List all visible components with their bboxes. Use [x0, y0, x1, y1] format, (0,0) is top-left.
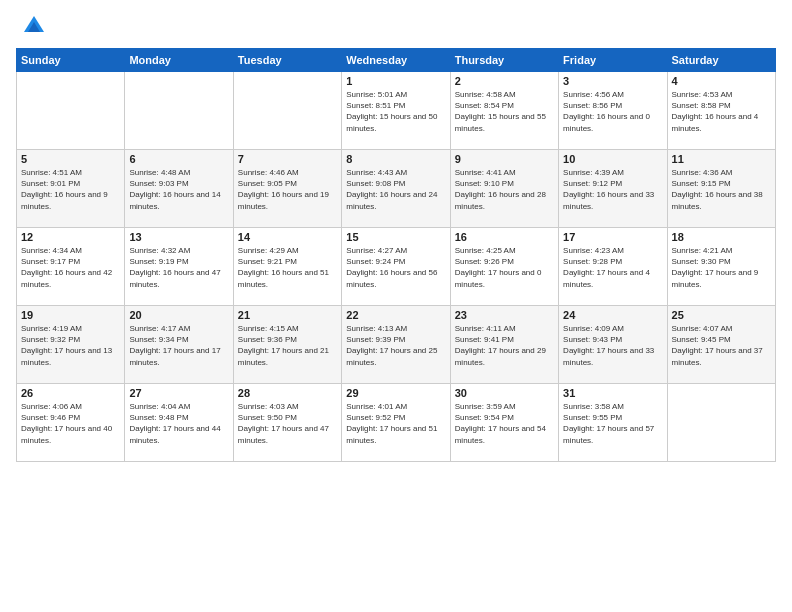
day-info: Sunrise: 4:56 AMSunset: 8:56 PMDaylight:… — [563, 89, 662, 134]
day-info: Sunrise: 4:21 AMSunset: 9:30 PMDaylight:… — [672, 245, 771, 290]
day-info: Sunrise: 4:43 AMSunset: 9:08 PMDaylight:… — [346, 167, 445, 212]
day-number: 31 — [563, 387, 662, 399]
day-info: Sunrise: 3:59 AMSunset: 9:54 PMDaylight:… — [455, 401, 554, 446]
day-info: Sunrise: 4:17 AMSunset: 9:34 PMDaylight:… — [129, 323, 228, 368]
day-number: 17 — [563, 231, 662, 243]
day-info: Sunrise: 4:39 AMSunset: 9:12 PMDaylight:… — [563, 167, 662, 212]
day-number: 23 — [455, 309, 554, 321]
day-cell: 7Sunrise: 4:46 AMSunset: 9:05 PMDaylight… — [233, 150, 341, 228]
day-cell: 13Sunrise: 4:32 AMSunset: 9:19 PMDayligh… — [125, 228, 233, 306]
day-cell: 14Sunrise: 4:29 AMSunset: 9:21 PMDayligh… — [233, 228, 341, 306]
col-header-friday: Friday — [559, 49, 667, 72]
day-info: Sunrise: 4:29 AMSunset: 9:21 PMDaylight:… — [238, 245, 337, 290]
day-cell: 19Sunrise: 4:19 AMSunset: 9:32 PMDayligh… — [17, 306, 125, 384]
day-cell: 23Sunrise: 4:11 AMSunset: 9:41 PMDayligh… — [450, 306, 558, 384]
day-number: 18 — [672, 231, 771, 243]
day-number: 27 — [129, 387, 228, 399]
day-info: Sunrise: 4:06 AMSunset: 9:46 PMDaylight:… — [21, 401, 120, 446]
day-cell: 22Sunrise: 4:13 AMSunset: 9:39 PMDayligh… — [342, 306, 450, 384]
col-header-sunday: Sunday — [17, 49, 125, 72]
day-cell: 27Sunrise: 4:04 AMSunset: 9:48 PMDayligh… — [125, 384, 233, 462]
day-number: 3 — [563, 75, 662, 87]
day-cell: 1Sunrise: 5:01 AMSunset: 8:51 PMDaylight… — [342, 72, 450, 150]
day-info: Sunrise: 5:01 AMSunset: 8:51 PMDaylight:… — [346, 89, 445, 134]
day-info: Sunrise: 4:23 AMSunset: 9:28 PMDaylight:… — [563, 245, 662, 290]
day-info: Sunrise: 4:46 AMSunset: 9:05 PMDaylight:… — [238, 167, 337, 212]
day-info: Sunrise: 4:48 AMSunset: 9:03 PMDaylight:… — [129, 167, 228, 212]
day-cell — [667, 384, 775, 462]
logo — [16, 12, 48, 40]
col-header-monday: Monday — [125, 49, 233, 72]
calendar-table: SundayMondayTuesdayWednesdayThursdayFrid… — [16, 48, 776, 462]
day-cell: 17Sunrise: 4:23 AMSunset: 9:28 PMDayligh… — [559, 228, 667, 306]
day-info: Sunrise: 4:09 AMSunset: 9:43 PMDaylight:… — [563, 323, 662, 368]
day-info: Sunrise: 4:13 AMSunset: 9:39 PMDaylight:… — [346, 323, 445, 368]
day-number: 4 — [672, 75, 771, 87]
col-header-tuesday: Tuesday — [233, 49, 341, 72]
week-row-3: 12Sunrise: 4:34 AMSunset: 9:17 PMDayligh… — [17, 228, 776, 306]
day-cell — [125, 72, 233, 150]
day-cell: 24Sunrise: 4:09 AMSunset: 9:43 PMDayligh… — [559, 306, 667, 384]
day-info: Sunrise: 3:58 AMSunset: 9:55 PMDaylight:… — [563, 401, 662, 446]
day-cell: 11Sunrise: 4:36 AMSunset: 9:15 PMDayligh… — [667, 150, 775, 228]
day-number: 26 — [21, 387, 120, 399]
day-info: Sunrise: 4:41 AMSunset: 9:10 PMDaylight:… — [455, 167, 554, 212]
day-number: 1 — [346, 75, 445, 87]
day-number: 6 — [129, 153, 228, 165]
day-number: 5 — [21, 153, 120, 165]
header-row: SundayMondayTuesdayWednesdayThursdayFrid… — [17, 49, 776, 72]
day-info: Sunrise: 4:27 AMSunset: 9:24 PMDaylight:… — [346, 245, 445, 290]
day-number: 25 — [672, 309, 771, 321]
day-number: 30 — [455, 387, 554, 399]
day-cell: 4Sunrise: 4:53 AMSunset: 8:58 PMDaylight… — [667, 72, 775, 150]
day-number: 12 — [21, 231, 120, 243]
day-info: Sunrise: 4:15 AMSunset: 9:36 PMDaylight:… — [238, 323, 337, 368]
day-info: Sunrise: 4:36 AMSunset: 9:15 PMDaylight:… — [672, 167, 771, 212]
day-number: 7 — [238, 153, 337, 165]
col-header-thursday: Thursday — [450, 49, 558, 72]
col-header-wednesday: Wednesday — [342, 49, 450, 72]
day-info: Sunrise: 4:53 AMSunset: 8:58 PMDaylight:… — [672, 89, 771, 134]
week-row-5: 26Sunrise: 4:06 AMSunset: 9:46 PMDayligh… — [17, 384, 776, 462]
logo-icon — [20, 12, 48, 40]
day-cell: 3Sunrise: 4:56 AMSunset: 8:56 PMDaylight… — [559, 72, 667, 150]
day-info: Sunrise: 4:11 AMSunset: 9:41 PMDaylight:… — [455, 323, 554, 368]
day-info: Sunrise: 4:32 AMSunset: 9:19 PMDaylight:… — [129, 245, 228, 290]
day-cell — [233, 72, 341, 150]
day-info: Sunrise: 4:34 AMSunset: 9:17 PMDaylight:… — [21, 245, 120, 290]
day-info: Sunrise: 4:25 AMSunset: 9:26 PMDaylight:… — [455, 245, 554, 290]
day-cell: 2Sunrise: 4:58 AMSunset: 8:54 PMDaylight… — [450, 72, 558, 150]
header — [16, 12, 776, 40]
day-cell: 29Sunrise: 4:01 AMSunset: 9:52 PMDayligh… — [342, 384, 450, 462]
day-cell: 9Sunrise: 4:41 AMSunset: 9:10 PMDaylight… — [450, 150, 558, 228]
week-row-1: 1Sunrise: 5:01 AMSunset: 8:51 PMDaylight… — [17, 72, 776, 150]
day-cell: 8Sunrise: 4:43 AMSunset: 9:08 PMDaylight… — [342, 150, 450, 228]
week-row-2: 5Sunrise: 4:51 AMSunset: 9:01 PMDaylight… — [17, 150, 776, 228]
day-number: 24 — [563, 309, 662, 321]
day-number: 11 — [672, 153, 771, 165]
day-cell: 25Sunrise: 4:07 AMSunset: 9:45 PMDayligh… — [667, 306, 775, 384]
day-number: 8 — [346, 153, 445, 165]
day-cell: 15Sunrise: 4:27 AMSunset: 9:24 PMDayligh… — [342, 228, 450, 306]
day-info: Sunrise: 4:01 AMSunset: 9:52 PMDaylight:… — [346, 401, 445, 446]
day-cell: 12Sunrise: 4:34 AMSunset: 9:17 PMDayligh… — [17, 228, 125, 306]
day-number: 16 — [455, 231, 554, 243]
day-info: Sunrise: 4:58 AMSunset: 8:54 PMDaylight:… — [455, 89, 554, 134]
day-cell: 28Sunrise: 4:03 AMSunset: 9:50 PMDayligh… — [233, 384, 341, 462]
page: SundayMondayTuesdayWednesdayThursdayFrid… — [0, 0, 792, 612]
day-number: 13 — [129, 231, 228, 243]
day-cell: 20Sunrise: 4:17 AMSunset: 9:34 PMDayligh… — [125, 306, 233, 384]
day-number: 15 — [346, 231, 445, 243]
day-cell: 5Sunrise: 4:51 AMSunset: 9:01 PMDaylight… — [17, 150, 125, 228]
day-cell: 6Sunrise: 4:48 AMSunset: 9:03 PMDaylight… — [125, 150, 233, 228]
day-cell: 30Sunrise: 3:59 AMSunset: 9:54 PMDayligh… — [450, 384, 558, 462]
day-number: 10 — [563, 153, 662, 165]
day-number: 14 — [238, 231, 337, 243]
day-cell — [17, 72, 125, 150]
day-info: Sunrise: 4:04 AMSunset: 9:48 PMDaylight:… — [129, 401, 228, 446]
day-cell: 21Sunrise: 4:15 AMSunset: 9:36 PMDayligh… — [233, 306, 341, 384]
day-number: 2 — [455, 75, 554, 87]
day-info: Sunrise: 4:51 AMSunset: 9:01 PMDaylight:… — [21, 167, 120, 212]
day-cell: 31Sunrise: 3:58 AMSunset: 9:55 PMDayligh… — [559, 384, 667, 462]
col-header-saturday: Saturday — [667, 49, 775, 72]
